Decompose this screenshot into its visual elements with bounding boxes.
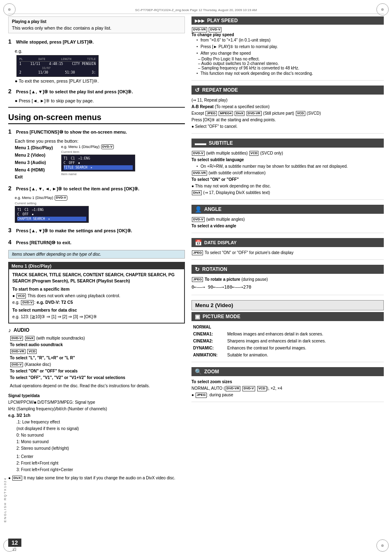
zoom-select-label: To select zoom sizes [191, 379, 384, 385]
cinema1-desc: Mellows images and enhances detail in da… [227, 331, 323, 338]
cinema1-row: CINEMA1: Mellows images and enhances det… [193, 331, 384, 338]
rotation-icon: ↻ [195, 266, 200, 273]
ps-bullet-3: After you change the speed [196, 50, 384, 57]
screen2-row2: COFF▪ [64, 161, 133, 165]
select-numbers: To select numbers for data disc [12, 307, 181, 314]
step2-num: 2 [8, 87, 15, 96]
date-display-section: 📅 DATE DISPLAY JPEG To select "ON" or "O… [191, 238, 384, 260]
onscreen-step1-header: Press [FUNCTIONS]⑩ to show the on-screen… [16, 130, 127, 134]
step1-num: 1 [8, 37, 15, 46]
repeat-select-off: ● Select "OFF" to cancel. [191, 123, 384, 130]
screen-mockup-3: T1C1⇒1:ENG COFF▪ CHAPTER SEARCH▸ [15, 206, 89, 223]
step1-block: 1 While stopped, press [PLAY LIST]⑩. e.g… [8, 37, 185, 84]
play-speed-sub-bullets: – Dolby Pro Logic II has no effect. – Au… [198, 57, 384, 70]
repeat-ref: (⇒ 11, Repeat play) [191, 97, 384, 104]
audio-icon: ♪ [8, 327, 11, 333]
rotation-arrow: 0←——→ 90←——→180←——→270 [191, 284, 384, 291]
ps-sub-2: – Audio output switches to 2-channel ste… [198, 61, 384, 66]
zoom-sizes: NORMAL, AUTO (DVD-VR DVD-V VCD), ×2, ×4 [191, 385, 384, 392]
corner-mark-tr: ⊕ [376, 3, 389, 16]
sidebar-text: ENGLISH RQTX1024 [3, 477, 7, 522]
screen-mockup-1: PLDATELENGTHTITLE 111/114:48:15CITY PENG… [16, 55, 99, 77]
screen-example-area: e.g. Menu 1 (Disc/Play) DVD-V Current it… [61, 144, 135, 181]
subtitle-title: ▬▬ SUBTITLE [191, 139, 384, 148]
zoom-jpeg-note: ● JPEG: during pause [191, 392, 384, 398]
audio-select-lr: To select "L", "R", "L+R" or "L R" [10, 355, 185, 361]
signal-item-4: 1: Mono surround [16, 439, 185, 445]
picture-icon: ▣ [195, 313, 200, 320]
menu-item-4: Menu 4 (HDMI) [15, 166, 53, 174]
subtitle-section: ▬▬ SUBTITLE DVD-V (with multiple subtitl… [191, 139, 384, 200]
select-numbers-eg: e.g. 123: [≧10]③ ⇒ [1] ⇒ [2] ⇒ [3] ⇒ [OK… [12, 314, 181, 320]
angle-content: DVD-V (with multiple angles) To select a… [191, 216, 384, 229]
repeat-mode-section: ↺ REPEAT MODE (⇒ 11, Repeat play) A-B Re… [191, 86, 384, 134]
onscreen-step1-num: 1 [8, 127, 15, 136]
onscreen-step1-line: 1 Press [FUNCTIONS]⑩ to show the on-scre… [8, 127, 185, 136]
step2-bullet: ● Press [◄, ►]⑨ to skip page by page. [15, 98, 185, 104]
cinema2-label: CINEMA2: [193, 338, 224, 345]
menu2-box: Menu 2 (Video) [191, 300, 384, 310]
audio-content: DVD-V DivX (with multiple soundtracks) T… [10, 335, 185, 389]
play-speed-bullets: from "×0.6" to "×1.4" (in 0.1-unit steps… [196, 37, 384, 57]
screen-data-row-1: 111/114:48:15CITY PENGUIN [19, 62, 96, 66]
play-speed-bullets-2: This function may not work depending on … [196, 70, 384, 77]
picture-mode-section: ▣ PICTURE MODE NORMAL CINEMA1: Mellows i… [191, 312, 384, 362]
subtitle-bullet-1: On +R/+RW, a subtitle number may be show… [196, 163, 384, 170]
date-desc: To select "ON" or "OFF" for picture's da… [205, 250, 293, 255]
page-number-sub: 12 [12, 548, 16, 552]
eg-label-2: e.g. Menu 1 (Disc/Play) DVD-V [15, 195, 185, 200]
play-list-intro: This works only when the disc contains a… [12, 25, 181, 30]
signal-line1: LPCM/PPCM/■ D/DTS/MP3/MPEG: Signal type [8, 399, 185, 406]
repeat-icon: ↺ [195, 87, 200, 93]
play-list-box: Playing a play list This works only when… [8, 16, 185, 33]
step2-block: 2 Press [▲, ▼]⑨ to select the play list … [8, 87, 185, 104]
search-title: TRACK SEARCH, TITLE SEARCH, CONTENT SEAR… [12, 272, 175, 284]
angle-dvdv-line: DVD-V (with multiple angles) [191, 216, 384, 223]
onscreen-step4-block: 4 Press [RETURN]⑩ to exit. [8, 238, 185, 247]
onscreen-step3-header: Press [▲, ▼]⑨ to make the settings and p… [16, 228, 132, 233]
item-name-label: Item name [61, 172, 135, 176]
subtitle-icon: ▬▬ [195, 140, 206, 146]
zoom-content: To select zoom sizes NORMAL, AUTO (DVD-V… [191, 379, 384, 398]
screen3-row2: COFF▪ [17, 212, 86, 217]
onscreen-step4-line: 4 Press [RETURN]⑩ to exit. [8, 238, 185, 247]
signal-item-3: 0: No surround [16, 432, 185, 439]
signal-items: .1: Low frequency effect (not displayed … [16, 419, 185, 473]
rotation-section: ↻ ROTATION JPEG To rotate a picture (dur… [191, 265, 384, 296]
cinema1-label: CINEMA1: [193, 331, 224, 338]
screen-header-row: PLDATELENGTHTITLE [19, 57, 96, 62]
signal-eg: e.g. 3/2 1ch [8, 412, 185, 419]
eg-label-1: e.g. Menu 1 (Disc/Play) DVD-V [61, 144, 135, 149]
zoom-icon: 🔍 [195, 368, 202, 375]
onscreen-step4-header: Press [RETURN]⑩ to exit. [16, 240, 71, 245]
date-display-title-text: DATE DISPLAY [204, 240, 237, 245]
onscreen-step1-block: 1 Press [FUNCTIONS]⑩ to show the on-scre… [8, 127, 185, 181]
audio-tags-line: DVD-V DivX (with multiple soundtracks) [10, 335, 185, 342]
audio-select-onoff: To select "ON" or "OFF" for vocals [10, 368, 185, 375]
onscreen-step2-block: 2 Press [▲, ▼, ◄, ►]⑨ to select the item… [8, 184, 185, 222]
subtitle-select-onoff: To select "ON" or "OFF" [191, 176, 384, 183]
onscreen-step2-header: Press [▲, ▼, ◄, ►]⑨ to select the item a… [16, 186, 139, 191]
eg-dvdv: e.g. DVD-V: e.g. DVD-V: T2 C5 [12, 299, 181, 306]
ps-bullet-1: from "×0.6" to "×1.4" (in 0.1-unit steps… [196, 37, 384, 44]
screen2-row3: TITLE SEARCH▸ [64, 165, 133, 170]
play-speed-section: ▶▶▶ PLAY SPEED DVD-VR DVD-V To change pl… [191, 16, 384, 81]
screen-sub-row: 33/97 [19, 66, 96, 70]
play-speed-icon: ▶▶▶ [195, 18, 205, 23]
play-speed-content: DVD-VR DVD-V To change play speed from "… [191, 27, 384, 77]
cinema2-row: CINEMA2: Sharpens images and enhances de… [193, 338, 384, 345]
step1-line: 1 While stopped, press [PLAY LIST]⑩. [8, 37, 185, 46]
step2-line: 2 Press [▲, ▼]⑨ to select the play list … [8, 87, 185, 96]
ps-bullet-4: This function may not work depending on … [196, 70, 384, 77]
dynamic-desc: Enhances the contrast for powerful image… [227, 345, 306, 352]
audio-title: ♪ AUDIO [8, 327, 185, 333]
signal-item-8: 3: Front left+Front right+Center [16, 467, 185, 473]
audio-actual-ops: Actual operations depend on the disc. Re… [10, 383, 185, 389]
onscreen-step2-line: 2 Press [▲, ▼, ◄, ►]⑨ to select the item… [8, 184, 185, 193]
signal-item-7: 2: Front left+Front right [16, 460, 185, 467]
audio-select-label: To select audio soundtrack [10, 342, 185, 348]
date-content: JPEG To select "ON" or "OFF" for picture… [191, 250, 384, 256]
step1-eg: e.g. [15, 49, 185, 53]
repeat-content: (⇒ 11, Repeat play) A-B Repeat (To repea… [191, 97, 384, 130]
animation-row: ANIMATION: Suitable for animation. [193, 352, 384, 358]
